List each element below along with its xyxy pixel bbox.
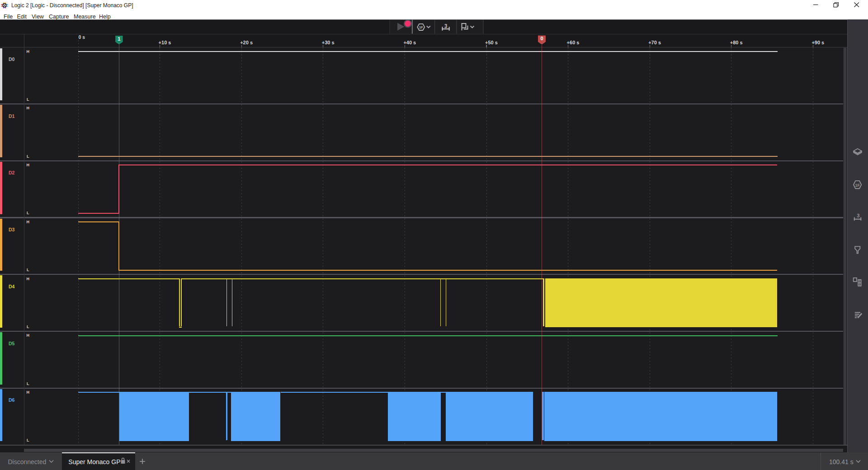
svg-text:1F: 1F — [419, 25, 423, 29]
svg-text:1F: 1F — [855, 183, 860, 188]
svg-text:3: 3 — [857, 213, 859, 218]
svg-text:3: 3 — [444, 23, 448, 29]
